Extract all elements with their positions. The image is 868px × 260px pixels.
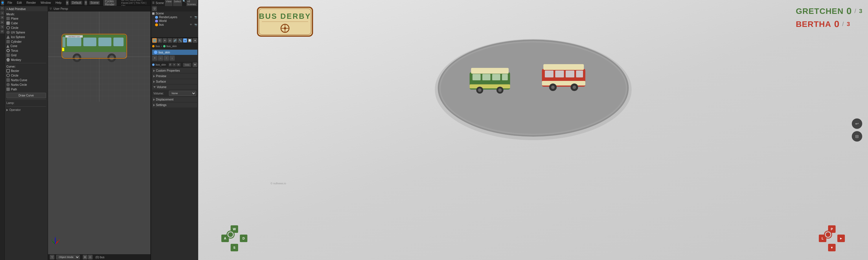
outline-item-renderlayers[interactable]: RenderLayers 👁 📷 [151, 15, 198, 19]
mesh-icosphere[interactable]: Ico Sphere [5, 35, 48, 39]
mesh-monkey[interactable]: Monkey [5, 58, 48, 62]
footer-view-icon[interactable]: ⊞ [83, 255, 87, 259]
axis-indicator: X Y Z [51, 237, 60, 246]
outline-item-scene[interactable]: Scene [151, 11, 198, 15]
sidebar-icon-grease-pencil[interactable]: G [0, 30, 4, 34]
viewport-content[interactable]: DISTRICT 215 X Y Z [48, 11, 151, 254]
surface-section[interactable]: Surface [152, 79, 197, 84]
outline-filter-icon[interactable]: ▽ [152, 6, 157, 11]
mesh-uvsphere[interactable]: UV Sphere [5, 30, 48, 35]
menu-help[interactable]: Help [54, 1, 63, 4]
curve-path[interactable]: Path [5, 87, 48, 91]
data-button[interactable]: Data [183, 63, 191, 67]
mat-add-icon[interactable]: + [152, 55, 157, 61]
props-material-icon[interactable]: ● [183, 38, 187, 42]
data-f-icon[interactable]: F [169, 63, 172, 67]
svg-point-46 [478, 88, 482, 92]
bertha-name: BERTHA [796, 20, 831, 29]
mesh-grid[interactable]: Grid [5, 53, 48, 58]
sidebar-icon-animation[interactable]: A [0, 20, 4, 24]
d-button[interactable]: D [240, 234, 247, 242]
arrow-dpad[interactable]: P L ► ▼ [819, 225, 845, 251]
draw-curve-button[interactable]: Draw Curve [6, 93, 46, 98]
outline-search-icon[interactable]: 🔍 [183, 0, 186, 6]
displacement-section[interactable]: Displacement [152, 97, 197, 102]
scene-label[interactable]: Scene [89, 1, 100, 5]
props-modifier-icon[interactable]: 🔧 [178, 38, 183, 43]
menu-file[interactable]: File [6, 1, 13, 4]
viewport[interactable]: ▽ User Persp [48, 6, 151, 260]
svg-rect-52 [566, 71, 574, 77]
custom-props-section[interactable]: Custom Properties [152, 68, 197, 73]
footer-pivot-icon[interactable]: ⊙ [88, 255, 93, 259]
mat-remove-icon[interactable]: − [158, 55, 163, 61]
props-object-icon[interactable]: ⊙ [167, 38, 172, 43]
add-primitive-header[interactable]: + Add Primitive [5, 7, 48, 11]
menu-render[interactable]: Render [25, 1, 37, 4]
curve-circle[interactable]: Circle [5, 73, 48, 78]
sidebar-icon-relations[interactable]: R [0, 15, 4, 20]
menu-button[interactable]: ⊟ [852, 131, 862, 142]
outline-allscenes-btn[interactable]: All Scenes [186, 0, 197, 6]
mesh-torus[interactable]: Torus [5, 48, 48, 53]
surface-label: Surface [156, 80, 166, 83]
material-name-bar[interactable]: bus_skin [152, 50, 197, 55]
svg-rect-43 [470, 84, 510, 88]
curve-bezier[interactable]: Bezier [5, 69, 48, 73]
wasd-dpad[interactable]: W A D S [221, 225, 247, 251]
engine-label[interactable]: Cycles Render [103, 0, 117, 6]
down-button[interactable]: ▼ [828, 244, 836, 251]
mesh-cylinder[interactable]: Cylinder [5, 39, 48, 44]
data-x-icon[interactable]: ✕ [177, 63, 181, 67]
outline-label: Scene [156, 1, 164, 5]
curve-nurbs-circle[interactable]: Nurbs Circle [5, 82, 48, 87]
mesh-cone[interactable]: Cone [5, 44, 48, 48]
outline-view-btn[interactable]: View [165, 0, 172, 6]
mat-down-icon[interactable]: ↓ [169, 55, 175, 61]
menu-edit[interactable]: Edit [16, 1, 23, 4]
volume-select[interactable]: None [169, 91, 196, 96]
data-plus-icon[interactable]: + [173, 63, 176, 67]
props-constraint-icon[interactable]: 🔗 [173, 38, 177, 43]
props-renderlayers-icon[interactable]: ☰ [157, 38, 162, 43]
curve-nurbs[interactable]: Nurbs Curve [5, 78, 48, 82]
sidebar-icon-create[interactable]: C [0, 6, 4, 10]
props-particles-icon[interactable]: ✦ [193, 38, 197, 43]
mat-up-icon[interactable]: ↑ [164, 55, 169, 61]
outline-item-bus[interactable]: bus 👁 📷 [151, 23, 198, 27]
props-world-icon[interactable]: ☀ [163, 38, 167, 43]
bus-eye: 👁 [190, 24, 193, 26]
svg-rect-8 [62, 37, 65, 47]
props-scene-icon[interactable]: 🌐 [152, 38, 157, 43]
settings-label: Settings [156, 103, 166, 107]
sidebar-icon-physics[interactable]: P [0, 25, 4, 29]
outline-select-btn[interactable]: Select [173, 0, 182, 6]
icosphere-icon [6, 35, 10, 39]
sidebar-icon-tools[interactable]: T [0, 11, 4, 15]
props-data-icon[interactable]: 📊 [187, 38, 192, 43]
mesh-cube[interactable]: Cube [5, 21, 48, 26]
outline-inner-toolbar: ▽ [151, 6, 198, 11]
menu-window[interactable]: Window [39, 1, 52, 4]
settings-arrow [153, 104, 155, 106]
right-button[interactable]: ► [837, 234, 845, 242]
mesh-circle[interactable]: Circle [5, 26, 48, 30]
outline-item-world[interactable]: World [151, 19, 198, 23]
data-menu-icon[interactable]: ▼ [193, 63, 197, 67]
score-row-gretchen: GRETCHEN 0 / 3 [796, 6, 862, 16]
curve-lamp-divider [6, 99, 46, 100]
viewport-footer-icon: ▽ [50, 255, 54, 259]
operator-section[interactable]: Operator [5, 108, 48, 112]
svg-rect-55 [542, 81, 585, 85]
settings-section[interactable]: Settings [152, 103, 197, 108]
mesh-curve-divider [6, 63, 46, 63]
replay-button[interactable]: ↩ [852, 118, 862, 129]
mode-label[interactable]: Default [71, 1, 83, 5]
circle-icon [6, 26, 10, 30]
volume-section[interactable]: Volume [152, 85, 197, 89]
s-button[interactable]: S [230, 244, 238, 251]
cube-icon [6, 22, 10, 25]
mesh-plane[interactable]: Plane [5, 16, 48, 21]
object-mode-select[interactable]: Object Mode [56, 255, 80, 259]
preview-section[interactable]: Preview [152, 74, 197, 79]
